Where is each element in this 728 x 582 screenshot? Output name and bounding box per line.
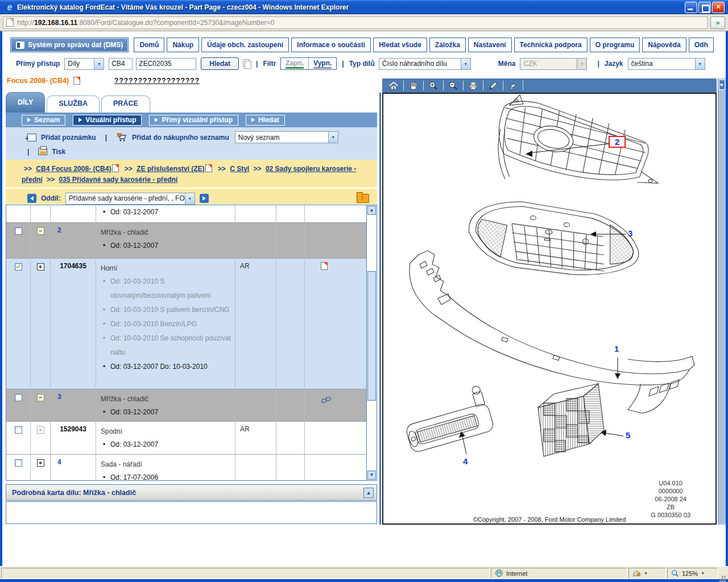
nav-logout-button[interactable]: Odh [689, 38, 714, 52]
vehicle-placeholder-link[interactable]: ?????????????????? [114, 77, 200, 85]
subnav-list-button[interactable]: Seznam [22, 115, 65, 126]
nav-home-button[interactable]: Domů [134, 38, 164, 52]
callout-5[interactable]: 5 [626, 430, 630, 440]
print-link[interactable]: Tisk [52, 148, 65, 156]
nav-part-info-button[interactable]: Informace o součásti [291, 38, 371, 52]
nav-dms-button[interactable]: Systém pro správu dat (DMS) [10, 38, 129, 52]
expand-strip-button[interactable]: ▶ [719, 80, 725, 90]
row-checkbox[interactable] [15, 459, 22, 467]
technical-drawing-canvas[interactable]: 2 3 1 4 5 U04.010 0000000 06-2008 24 ZB … [382, 93, 717, 525]
zoom-in-icon[interactable] [427, 80, 440, 92]
nav-about-button[interactable]: O programu [590, 38, 640, 52]
breadcrumb-body-kits-link[interactable]: 035 Přídavné sady karosérie - přední [59, 176, 177, 184]
pan-hand-icon[interactable] [407, 80, 420, 92]
doc-icon[interactable] [205, 164, 212, 172]
nav-purchase-button[interactable]: Nákup [167, 38, 199, 52]
section-select[interactable]: Přídavné sady karosérie - přední, , FORD… [65, 193, 195, 205]
next-section-button[interactable] [200, 194, 209, 203]
subnav-search-button[interactable]: Hledat [246, 115, 285, 126]
item-number-link[interactable]: 3 [51, 389, 96, 421]
row-checkbox[interactable] [15, 263, 22, 271]
currency-select: CZK [520, 58, 587, 70]
callout-2-selected[interactable]: 2 [609, 136, 626, 148]
copy-icon[interactable] [243, 59, 251, 68]
minimize-button[interactable] [685, 2, 697, 13]
resize-grip[interactable] [719, 568, 727, 579]
zoom-out-icon[interactable] [446, 80, 460, 92]
item-number-link[interactable]: 4 [51, 455, 96, 480]
nav-settings-button[interactable]: Nastavení [468, 38, 512, 52]
part-code-input[interactable] [136, 58, 196, 70]
scrollbar-thumb[interactable] [367, 271, 376, 400]
collapse-toggle[interactable]: − [37, 227, 44, 235]
panel-splitter[interactable] [379, 93, 381, 525]
shopping-list-select[interactable]: Nový seznam [235, 131, 338, 143]
address-bar: http://192.168.16.11:8080/Ford/Catalogue… [0, 14, 728, 31]
expand-toggle[interactable]: + [37, 263, 44, 271]
go-button[interactable]: » [710, 16, 725, 29]
page-icon [6, 18, 14, 27]
tab-service[interactable]: SLUŽBA [47, 95, 100, 113]
category-select[interactable]: Díly [64, 58, 104, 70]
link-chain-icon[interactable] [321, 396, 332, 404]
add-to-shopping-list-link[interactable]: Přidat do nákupního seznamu [132, 134, 229, 142]
nav-bookmark-button[interactable]: Záložka [429, 38, 466, 52]
language-label: Jazyk [605, 60, 623, 68]
nav-dealer-data-button[interactable]: Údaje obch. zastoupení [201, 38, 289, 52]
doc-icon[interactable] [112, 164, 119, 172]
add-note-link[interactable]: Přidat poznámku [41, 134, 96, 142]
row-checkbox[interactable] [15, 426, 22, 434]
validity-note: Od: 10-03-2010 S olovnatým/bezolovnatým … [101, 275, 231, 303]
nav-tech-support-button[interactable]: Technická podpora [514, 38, 588, 52]
part-number[interactable]: 1704635 [51, 259, 96, 389]
prev-section-button[interactable] [27, 194, 36, 203]
language-select[interactable]: čeština [628, 58, 705, 70]
breadcrumb-style-link[interactable]: C Styl [230, 165, 249, 173]
part-number[interactable]: 1529043 [51, 422, 96, 454]
breadcrumb-accessories-link[interactable]: ZE příslušenství (ZE) [136, 165, 204, 173]
part-doc-icon[interactable] [321, 262, 328, 270]
item-number-link[interactable]: 2 [51, 223, 96, 258]
collapse-panel-button[interactable]: ▲ [363, 488, 374, 498]
part-type-select[interactable]: Číslo náhradního dílu [379, 58, 471, 70]
chevron-down-icon [328, 132, 338, 143]
nav-search-all-button[interactable]: Hledat všude [373, 38, 427, 52]
right-side-strip: ▶ [718, 78, 726, 525]
print-image-icon[interactable] [466, 80, 480, 92]
tab-labor[interactable]: PRÁCE [101, 95, 150, 113]
breadcrumb-vehicle-link[interactable]: CB4 Focus 2008- (CB4) [36, 165, 111, 173]
row-checkbox[interactable] [15, 227, 22, 235]
chevron-down-icon [94, 59, 104, 69]
tab-parts[interactable]: DÍLY [6, 92, 45, 113]
scroll-up-button[interactable]: ▲ [367, 206, 376, 215]
zoom-control[interactable]: 125% ▼ [667, 568, 718, 579]
subnav-direct-visual-button[interactable]: Přímý vizuální přístup [149, 115, 238, 126]
subnav-visual-button[interactable]: Vizuální přístup [73, 115, 142, 126]
row-checkbox[interactable] [15, 394, 22, 401]
callout-4[interactable]: 4 [463, 456, 468, 466]
vehicle-doc-icon[interactable] [73, 77, 80, 85]
filter-off-button[interactable]: Vypn. [309, 58, 336, 69]
arrow-right-icon [27, 118, 31, 122]
maximize-button[interactable] [698, 2, 711, 13]
table-scrollbar[interactable]: ▲ ▼ [366, 205, 377, 480]
callout-1[interactable]: 1 [614, 344, 619, 354]
protected-mode-icon [632, 569, 641, 577]
callout-3[interactable]: 3 [628, 228, 632, 238]
filter-on-button[interactable]: Zapn. [281, 58, 309, 69]
expand-toggle[interactable]: + [37, 459, 44, 467]
address-input[interactable]: http://192.168.16.11:8080/Ford/Catalogue… [3, 16, 708, 29]
protected-mode-control[interactable]: ▼ [628, 568, 666, 579]
folder-up-icon[interactable] [357, 194, 369, 203]
nav-help-button[interactable]: Nápověda [642, 38, 686, 52]
expand-toggle[interactable]: + [37, 426, 44, 434]
scroll-down-button[interactable]: ▼ [367, 471, 376, 480]
draw-pencil-icon[interactable] [486, 80, 500, 92]
arrow-right-icon [78, 118, 82, 122]
close-button[interactable] [712, 2, 725, 13]
search-button[interactable]: Hledat [201, 57, 239, 70]
collapse-toggle[interactable]: − [37, 394, 44, 401]
eraser-icon[interactable] [506, 80, 520, 92]
home-icon[interactable] [387, 80, 400, 92]
model-code-input[interactable] [109, 58, 133, 70]
